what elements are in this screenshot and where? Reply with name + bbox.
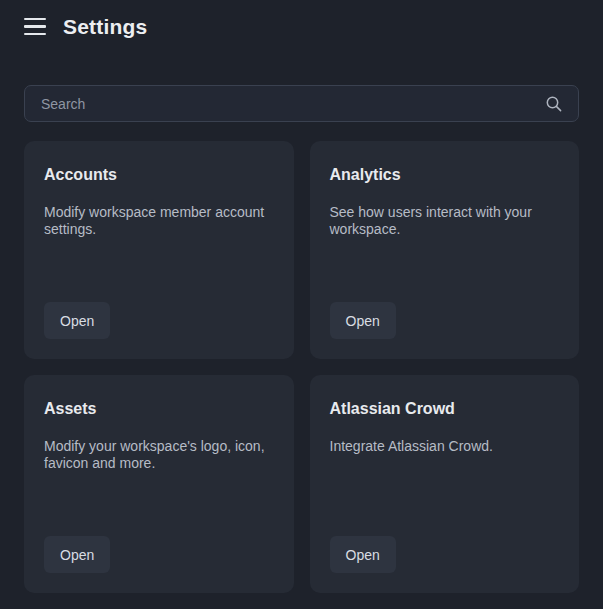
card-title: Atlassian Crowd (330, 399, 560, 420)
menu-icon (24, 25, 46, 27)
card-title: Accounts (44, 165, 274, 186)
page-title: Settings (63, 15, 147, 39)
card-accounts: Accounts Modify workspace member account… (24, 141, 294, 359)
open-button-analytics[interactable]: Open (330, 302, 396, 339)
card-description: Integrate Atlassian Crowd. (330, 438, 560, 455)
search-input[interactable] (24, 85, 579, 122)
header: Settings (0, 0, 603, 40)
card-assets: Assets Modify your workspace's logo, ico… (24, 375, 294, 593)
open-button-assets[interactable]: Open (44, 536, 110, 573)
hamburger-menu-button[interactable] (24, 18, 46, 36)
card-description: See how users interact with your workspa… (330, 204, 560, 238)
card-atlassian-crowd: Atlassian Crowd Integrate Atlassian Crow… (310, 375, 580, 593)
card-description: Modify workspace member account settings… (44, 204, 274, 238)
search-bar (24, 85, 579, 122)
settings-card-grid: Accounts Modify workspace member account… (24, 141, 579, 609)
open-button-accounts[interactable]: Open (44, 302, 110, 339)
card-description: Modify your workspace's logo, icon, favi… (44, 438, 274, 472)
card-analytics: Analytics See how users interact with yo… (310, 141, 580, 359)
menu-icon (24, 18, 46, 20)
card-title: Assets (44, 399, 274, 420)
open-button-atlassian-crowd[interactable]: Open (330, 536, 396, 573)
card-title: Analytics (330, 165, 560, 186)
menu-icon (24, 33, 46, 35)
